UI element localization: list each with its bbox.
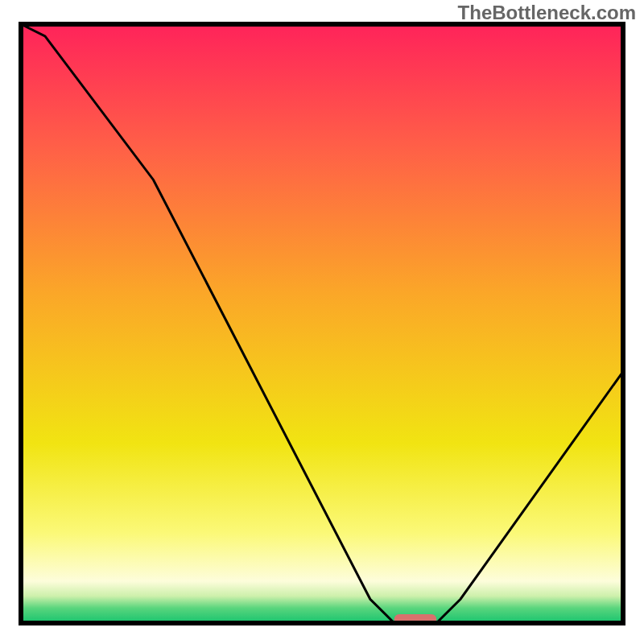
chart-svg bbox=[0, 0, 644, 644]
plot-background bbox=[21, 24, 623, 623]
watermark-text: TheBottleneck.com bbox=[458, 2, 636, 24]
bottleneck-chart: TheBottleneck.com bbox=[0, 0, 644, 644]
